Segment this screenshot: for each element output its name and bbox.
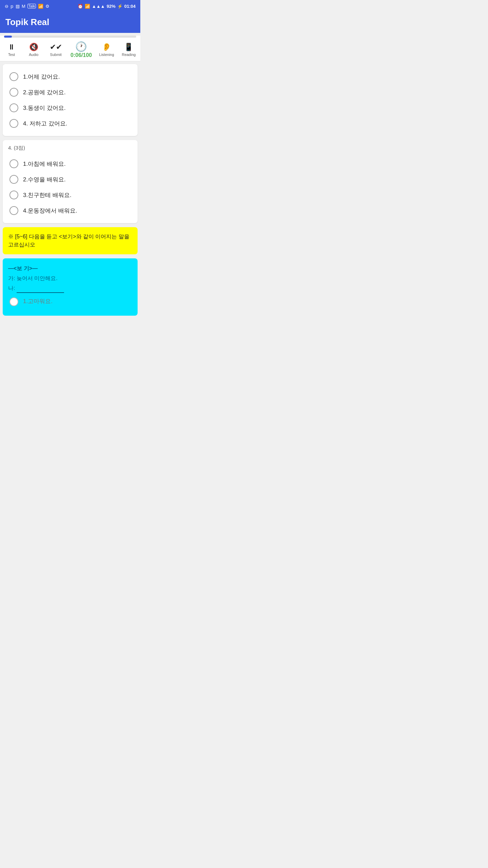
example-line-a: 가: 늦어서 미안해요. bbox=[8, 274, 132, 283]
option-4-4-text: 4.운동장에서 배워요. bbox=[23, 207, 77, 215]
status-left-icons: ⊖ 𝕡 ▨ M Talk 📶 ⚙ bbox=[5, 4, 49, 9]
option-3-3-text: 3.동생이 갔어요. bbox=[23, 104, 66, 112]
radio-3-2[interactable] bbox=[9, 88, 18, 97]
toolbar-container: ⏸ Test 🔇 Audio ✔✔ Submit 🕐 0:06/100 👂 Li… bbox=[0, 36, 140, 61]
listening-button[interactable]: 👂 Listening bbox=[99, 43, 114, 57]
mute-icon: 🔇 bbox=[29, 43, 38, 52]
gallery-icon: ▨ bbox=[16, 4, 20, 9]
wifi-signal-icon: 📶 bbox=[85, 4, 90, 9]
option-3-4-text: 4. 저하고 갔어요. bbox=[23, 120, 67, 127]
submit-button[interactable]: ✔✔ Submit bbox=[48, 43, 63, 57]
option-3-2[interactable]: 2.공원에 갔어요. bbox=[8, 84, 132, 100]
battery-icon: ⚡ bbox=[117, 4, 123, 9]
tablet-icon: 📱 bbox=[124, 43, 133, 52]
progress-bar-wrap bbox=[4, 36, 136, 38]
question-3-card: 1.어제 갔어요. 2.공원에 갔어요. 3.동생이 갔어요. 4. 저하고 갔… bbox=[3, 64, 138, 136]
audio-label: Audio bbox=[29, 53, 38, 57]
example-blank bbox=[17, 292, 64, 293]
option-4-3[interactable]: 3.친구한테 배워요. bbox=[8, 187, 132, 203]
radio-4-4[interactable] bbox=[9, 206, 18, 215]
radio-3-3[interactable] bbox=[9, 103, 18, 112]
settings-icon: ⚙ bbox=[45, 4, 49, 9]
question-4-header: 4. (3점) bbox=[8, 145, 132, 151]
listening-label: Listening bbox=[99, 53, 114, 57]
battery-text: 92% bbox=[107, 4, 116, 9]
test-button[interactable]: ⏸ Test bbox=[4, 43, 19, 57]
example-box: —<보 기>— 가: 늦어서 미안해요. 나: 1.고마워요. bbox=[3, 258, 138, 316]
alarm-icon: ⏰ bbox=[78, 4, 83, 9]
option-3-2-text: 2.공원에 갔어요. bbox=[23, 88, 66, 96]
radio-4-1[interactable] bbox=[9, 159, 18, 168]
reading-button[interactable]: 📱 Reading bbox=[121, 43, 136, 57]
toolbar: ⏸ Test 🔇 Audio ✔✔ Submit 🕐 0:06/100 👂 Li… bbox=[3, 39, 138, 61]
content-area: 1.어제 갔어요. 2.공원에 갔어요. 3.동생이 갔어요. 4. 저하고 갔… bbox=[0, 61, 140, 318]
option-4-4[interactable]: 4.운동장에서 배워요. bbox=[8, 203, 132, 218]
gmail-icon: M bbox=[22, 4, 25, 9]
radio-4-3[interactable] bbox=[9, 191, 18, 199]
radio-4-2[interactable] bbox=[9, 175, 18, 184]
clock-time: 01:04 bbox=[124, 4, 136, 9]
pinterest-icon: 𝕡 bbox=[11, 4, 14, 9]
example-option-1-text: 1.고마워요. bbox=[23, 296, 53, 307]
example-b-label: 나: bbox=[8, 285, 17, 291]
option-3-1[interactable]: 1.어제 갔어요. bbox=[8, 69, 132, 84]
example-title: —<보 기>— bbox=[8, 264, 132, 274]
talk-icon: Talk bbox=[27, 4, 36, 8]
option-3-1-text: 1.어제 갔어요. bbox=[23, 73, 60, 81]
example-radio-1[interactable] bbox=[9, 297, 18, 306]
signal-bars-icon: ▲▲▲ bbox=[92, 4, 105, 9]
submit-label: Submit bbox=[50, 53, 62, 57]
radio-3-4[interactable] bbox=[9, 119, 18, 128]
option-4-1-text: 1.아침에 배워요. bbox=[23, 160, 66, 168]
ear-icon: 👂 bbox=[102, 43, 111, 52]
reading-label: Reading bbox=[122, 53, 136, 57]
radio-3-1[interactable] bbox=[9, 72, 18, 81]
audio-button[interactable]: 🔇 Audio bbox=[26, 43, 41, 57]
pause-icon: ⏸ bbox=[8, 43, 15, 52]
timer-text: 0:06/100 bbox=[70, 52, 92, 58]
clock-icon: 🕐 bbox=[75, 41, 87, 52]
check-icon: ✔✔ bbox=[50, 43, 62, 52]
option-3-3[interactable]: 3.동생이 갔어요. bbox=[8, 100, 132, 116]
option-4-1[interactable]: 1.아침에 배워요. bbox=[8, 156, 132, 172]
option-4-3-text: 3.친구한테 배워요. bbox=[23, 191, 72, 199]
app-title: Topik Real bbox=[5, 17, 135, 27]
section-instruction: ※ [5~6] 다음을 듣고 <보기>와 같이 이어지는 말을 고르십시오 bbox=[3, 227, 138, 254]
option-3-4[interactable]: 4. 저하고 갔어요. bbox=[8, 116, 132, 131]
wifi-icon: 📶 bbox=[38, 4, 43, 9]
progress-bar-fill bbox=[4, 36, 12, 38]
timer-display: 🕐 0:06/100 bbox=[70, 41, 92, 58]
option-4-2-text: 2.수영을 배워요. bbox=[23, 176, 66, 183]
status-right-info: ⏰ 📶 ▲▲▲ 92% ⚡ 01:04 bbox=[78, 4, 136, 9]
example-option-1[interactable]: 1.고마워요. bbox=[8, 293, 132, 310]
example-line-b: 나: bbox=[8, 283, 132, 293]
minus-circle-icon: ⊖ bbox=[5, 4, 8, 9]
status-bar: ⊖ 𝕡 ▨ M Talk 📶 ⚙ ⏰ 📶 ▲▲▲ 92% ⚡ 01:04 bbox=[0, 0, 140, 12]
test-label: Test bbox=[8, 53, 15, 57]
section-instruction-text: ※ [5~6] 다음을 듣고 <보기>와 같이 이어지는 말을 고르십시오 bbox=[8, 234, 129, 248]
option-4-2[interactable]: 2.수영을 배워요. bbox=[8, 172, 132, 187]
app-bar: Topik Real bbox=[0, 12, 140, 33]
question-4-card: 4. (3점) 1.아침에 배워요. 2.수영을 배워요. 3.친구한테 배워요… bbox=[3, 140, 138, 223]
example-line-a-text: 가: 늦어서 미안해요. bbox=[8, 275, 58, 281]
